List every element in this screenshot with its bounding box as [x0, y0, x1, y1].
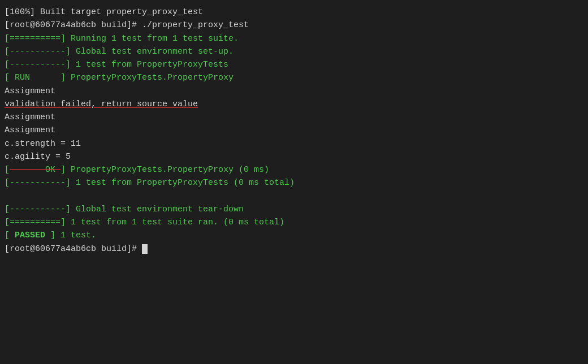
line-cmd: [root@60677a4ab6cb build]# ./property_pr…: [5, 19, 583, 32]
line-global-teardown: [-----------] Global test environment te…: [5, 203, 583, 216]
line-validation: validation failed, return source value: [5, 98, 583, 111]
line-build: [100%] Built target property_proxy_test: [5, 6, 583, 19]
line-assignment1: Assignment: [5, 85, 583, 98]
line-global-setup: [-----------] Global test environment se…: [5, 45, 583, 58]
line-validation-text: validation failed, return source value: [5, 99, 198, 109]
ok-strikethrough: OK: [10, 165, 60, 175]
line-from-tests: [-----------] 1 test from PropertyProxyT…: [5, 58, 583, 71]
line-prompt: [root@60677a4ab6cb build]#: [5, 242, 583, 255]
line-assignment3: Assignment: [5, 124, 583, 137]
line-strength: c.strength = 11: [5, 137, 583, 150]
terminal-cursor: [142, 244, 148, 254]
line-agility: c.agility = 5: [5, 150, 583, 163]
terminal: [100%] Built target property_proxy_test …: [0, 0, 588, 364]
passed-text: PASSED: [15, 231, 45, 240]
line-assignment2: Assignment: [5, 111, 583, 124]
line-passed: [ PASSED ] 1 test.: [5, 229, 583, 242]
line-ok: [ OK ] PropertyProxyTests.PropertyProxy …: [5, 163, 583, 176]
line-empty1: [5, 190, 583, 203]
line-run: [ RUN ] PropertyProxyTests.PropertyProxy: [5, 71, 583, 84]
line-run-suite: [==========] Running 1 test from 1 test …: [5, 32, 583, 45]
line-suite-ran: [==========] 1 test from 1 test suite ra…: [5, 216, 583, 229]
line-1test: [-----------] 1 test from PropertyProxyT…: [5, 176, 583, 189]
